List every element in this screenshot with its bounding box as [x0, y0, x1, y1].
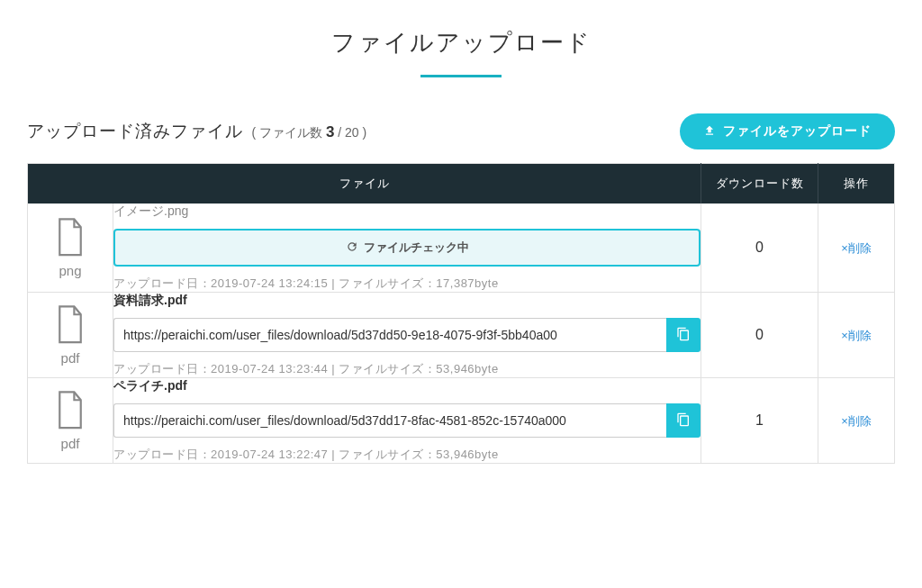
action-cell: ×削除	[818, 293, 895, 378]
file-meta: アップロード日：2019-07-24 13:24:15 | ファイルサイズ：17…	[113, 276, 701, 292]
action-cell: ×削除	[818, 378, 895, 464]
copy-url-button[interactable]	[666, 318, 701, 352]
subheader-label: アップロード済みファイル	[27, 122, 243, 140]
file-checking-status: ファイルチェック中	[113, 229, 701, 267]
file-name: イメージ.png	[113, 204, 701, 220]
file-icon	[28, 391, 113, 430]
file-url-row	[113, 403, 701, 438]
file-count: ( ファイル数 3 / 20 )	[251, 125, 366, 140]
delete-link[interactable]: ×削除	[841, 241, 872, 255]
file-ext: pdf	[28, 436, 113, 451]
file-meta: アップロード日：2019-07-24 13:22:47 | ファイルサイズ：53…	[113, 447, 701, 463]
download-count-cell: 1	[701, 378, 818, 464]
file-info-cell: 資料請求.pdfアップロード日：2019-07-24 13:23:44 | ファ…	[113, 293, 701, 378]
file-ext: png	[28, 263, 113, 278]
copy-icon	[676, 327, 691, 344]
col-header-file: ファイル	[28, 164, 701, 204]
file-ext: pdf	[28, 350, 113, 366]
col-header-downloads: ダウンロード数	[701, 164, 818, 204]
subheader: アップロード済みファイル ( ファイル数 3 / 20 ) ファイルをアップロー…	[27, 113, 895, 149]
upload-icon	[703, 124, 716, 140]
file-type-cell: pdf	[28, 293, 113, 378]
title-underline	[420, 75, 502, 77]
file-name: ペライチ.pdf	[113, 378, 701, 394]
file-info-cell: ペライチ.pdfアップロード日：2019-07-24 13:22:47 | ファ…	[113, 378, 701, 464]
file-info-cell: イメージ.pngファイルチェック中アップロード日：2019-07-24 13:2…	[113, 204, 701, 293]
file-table: ファイル ダウンロード数 操作 pngイメージ.pngファイルチェック中アップロ…	[27, 163, 895, 464]
file-url-row	[113, 318, 701, 352]
col-header-actions: 操作	[818, 164, 895, 204]
file-icon	[28, 218, 113, 258]
file-meta: アップロード日：2019-07-24 13:23:44 | ファイルサイズ：53…	[113, 361, 701, 377]
delete-link[interactable]: ×削除	[841, 414, 872, 428]
file-icon	[28, 305, 113, 345]
file-url-input[interactable]	[113, 318, 666, 352]
table-row: pngイメージ.pngファイルチェック中アップロード日：2019-07-24 1…	[28, 204, 895, 293]
upload-file-button-label: ファイルをアップロード	[723, 123, 872, 140]
uploaded-files-heading: アップロード済みファイル ( ファイル数 3 / 20 )	[27, 120, 366, 143]
action-cell: ×削除	[818, 204, 895, 293]
file-type-cell: png	[28, 204, 113, 293]
file-name: 資料請求.pdf	[113, 293, 701, 309]
upload-file-button[interactable]: ファイルをアップロード	[680, 113, 895, 149]
page-title: ファイルアップロード	[27, 27, 895, 59]
delete-link[interactable]: ×削除	[841, 329, 872, 342]
download-count-cell: 0	[701, 293, 818, 378]
table-row: pdfペライチ.pdfアップロード日：2019-07-24 13:22:47 |…	[28, 378, 895, 464]
copy-url-button[interactable]	[666, 403, 701, 438]
file-type-cell: pdf	[28, 378, 113, 464]
copy-icon	[676, 412, 691, 430]
file-url-input[interactable]	[113, 403, 666, 438]
file-checking-label: ファイルチェック中	[364, 240, 469, 256]
refresh-icon	[346, 240, 358, 256]
table-row: pdf資料請求.pdfアップロード日：2019-07-24 13:23:44 |…	[28, 293, 895, 378]
download-count-cell: 0	[701, 204, 818, 293]
